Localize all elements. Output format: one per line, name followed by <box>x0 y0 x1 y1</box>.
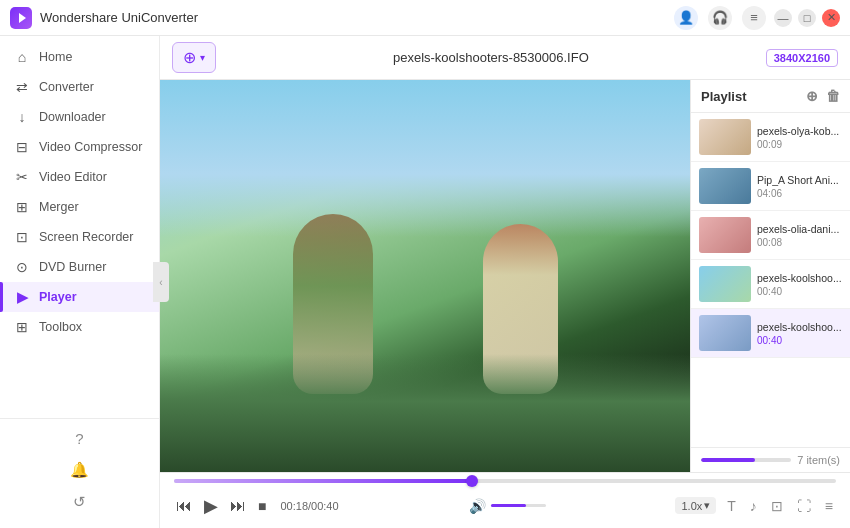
sidebar-item-player[interactable]: ▶ Player <box>0 282 159 312</box>
audio-button[interactable]: ♪ <box>747 496 760 516</box>
playlist-panel: Playlist ⊕ 🗑 pexels-olya-kob... 00:09 Pi… <box>690 80 850 472</box>
speed-button[interactable]: 1.0x ▾ <box>675 497 716 514</box>
controls-row: ⏮ ▶ ⏭ ■ 00:18/00:40 🔊 1.0x ▾ <box>160 483 850 528</box>
resolution-badge: 3840X2160 <box>766 49 838 67</box>
sidebar-label-converter: Converter <box>39 80 94 94</box>
fullscreen-button[interactable]: ⛶ <box>794 496 814 516</box>
caption-button[interactable]: T <box>724 496 739 516</box>
playlist-item[interactable]: pexels-olia-dani... 00:08 <box>691 211 850 260</box>
app-body: ⌂ Home ⇄ Converter ↓ Downloader ⊟ Video … <box>0 36 850 528</box>
sidebar-icon-video-compressor: ⊟ <box>14 139 30 155</box>
sidebar-label-toolbox: Toolbox <box>39 320 82 334</box>
progress-fill <box>174 479 472 483</box>
player-controls: ⏮ ▶ ⏭ ■ 00:18/00:40 🔊 1.0x ▾ <box>160 472 850 528</box>
sidebar-icon-player: ▶ <box>14 289 30 305</box>
sidebar-nav: ⌂ Home ⇄ Converter ↓ Downloader ⊟ Video … <box>0 42 159 342</box>
playlist-count: 7 item(s) <box>797 454 840 466</box>
player-topbar: ⊕ ▾ pexels-koolshooters-8530006.IFO 3840… <box>160 36 850 80</box>
volume-icon[interactable]: 🔊 <box>469 498 486 514</box>
sidebar-label-merger: Merger <box>39 200 79 214</box>
feedback-icon[interactable]: ↺ <box>70 490 89 514</box>
playlist-item-info: pexels-olya-kob... 00:09 <box>757 125 842 150</box>
sidebar-label-screen-recorder: Screen Recorder <box>39 230 134 244</box>
playlist-add-icon[interactable]: ⊕ <box>806 88 818 104</box>
volume-area: 🔊 <box>469 498 546 514</box>
sidebar: ⌂ Home ⇄ Converter ↓ Downloader ⊟ Video … <box>0 36 160 528</box>
playlist-item-info: pexels-olia-dani... 00:08 <box>757 223 842 248</box>
playlist-thumb <box>699 217 751 253</box>
volume-slider[interactable] <box>491 504 546 507</box>
add-icon: ⊕ <box>183 48 196 67</box>
time-display: 00:18/00:40 <box>280 500 338 512</box>
playlist-item-duration: 04:06 <box>757 188 842 199</box>
seek-bar[interactable] <box>174 479 836 483</box>
sidebar-label-downloader: Downloader <box>39 110 106 124</box>
video-player[interactable] <box>160 80 690 472</box>
sidebar-icon-merger: ⊞ <box>14 199 30 215</box>
minimize-button[interactable]: — <box>774 9 792 27</box>
svg-marker-0 <box>19 13 26 23</box>
speed-chevron: ▾ <box>704 499 710 512</box>
headphone-icon[interactable]: 🎧 <box>708 6 732 30</box>
playlist-delete-icon[interactable]: 🗑 <box>826 88 840 104</box>
sidebar-item-dvd-burner[interactable]: ⊙ DVD Burner <box>0 252 159 282</box>
playlist-item-duration: 00:40 <box>757 335 842 346</box>
playlist-item[interactable]: Pip_A Short Ani... 04:06 <box>691 162 850 211</box>
sidebar-item-merger[interactable]: ⊞ Merger <box>0 192 159 222</box>
sidebar-icon-downloader: ↓ <box>14 109 30 125</box>
sidebar-icon-home: ⌂ <box>14 49 30 65</box>
playlist-title: Playlist <box>701 89 747 104</box>
playlist-item-info: pexels-koolshoo... 00:40 <box>757 321 842 346</box>
playlist-item[interactable]: pexels-koolshoo... 00:40 <box>691 260 850 309</box>
sidebar-item-video-compressor[interactable]: ⊟ Video Compressor <box>0 132 159 162</box>
add-button-chevron: ▾ <box>200 52 205 63</box>
playlist-thumb <box>699 168 751 204</box>
stop-button[interactable]: ■ <box>256 496 268 516</box>
sidebar-item-home[interactable]: ⌂ Home <box>0 42 159 72</box>
sidebar-collapse-handle[interactable]: ‹ <box>153 262 169 302</box>
playlist-header-controls: ⊕ 🗑 <box>806 88 840 104</box>
speed-label: 1.0x <box>681 500 702 512</box>
sidebar-label-video-compressor: Video Compressor <box>39 140 142 154</box>
close-button[interactable]: ✕ <box>822 9 840 27</box>
user-icon[interactable]: 👤 <box>674 6 698 30</box>
sidebar-icon-toolbox: ⊞ <box>14 319 30 335</box>
sidebar-icon-screen-recorder: ⊡ <box>14 229 30 245</box>
playlist-item-duration: 00:40 <box>757 286 842 297</box>
playlist-thumb <box>699 119 751 155</box>
more-options-button[interactable]: ≡ <box>822 496 836 516</box>
notification-icon[interactable]: 🔔 <box>67 458 92 482</box>
sidebar-icon-converter: ⇄ <box>14 79 30 95</box>
playlist-item-name: pexels-olia-dani... <box>757 223 842 235</box>
playlist-item[interactable]: pexels-olya-kob... 00:09 <box>691 113 850 162</box>
time-current: 00:18 <box>280 500 308 512</box>
sidebar-icon-dvd-burner: ⊙ <box>14 259 30 275</box>
playlist-item-name: pexels-olya-kob... <box>757 125 842 137</box>
sidebar-item-video-editor[interactable]: ✂ Video Editor <box>0 162 159 192</box>
sidebar-label-player: Player <box>39 290 77 304</box>
playlist-item[interactable]: pexels-koolshoo... 00:40 <box>691 309 850 358</box>
play-button[interactable]: ▶ <box>202 493 220 519</box>
progress-area <box>160 473 850 483</box>
progress-thumb[interactable] <box>466 475 478 487</box>
sidebar-item-downloader[interactable]: ↓ Downloader <box>0 102 159 132</box>
titlebar-icons: 👤 🎧 ≡ <box>674 6 766 30</box>
titlebar: Wondershare UniConverter 👤 🎧 ≡ — □ ✕ <box>0 0 850 36</box>
playlist-item-name: pexels-koolshoo... <box>757 321 842 333</box>
app-title: Wondershare UniConverter <box>40 10 674 25</box>
screenshot-button[interactable]: ⊡ <box>768 496 786 516</box>
sidebar-item-toolbox[interactable]: ⊞ Toolbox <box>0 312 159 342</box>
next-frame-button[interactable]: ⏭ <box>228 495 248 517</box>
sidebar-item-screen-recorder[interactable]: ⊡ Screen Recorder <box>0 222 159 252</box>
help-icon[interactable]: ? <box>72 427 86 450</box>
hamburger-icon[interactable]: ≡ <box>742 6 766 30</box>
playlist-progress-fill <box>701 458 755 462</box>
prev-button[interactable]: ⏮ <box>174 495 194 517</box>
sidebar-item-converter[interactable]: ⇄ Converter <box>0 72 159 102</box>
video-frame <box>160 80 690 472</box>
add-file-button[interactable]: ⊕ ▾ <box>172 42 216 73</box>
playlist-thumb <box>699 266 751 302</box>
grass-overlay <box>160 354 690 472</box>
playlist-items: pexels-olya-kob... 00:09 Pip_A Short Ani… <box>691 113 850 447</box>
maximize-button[interactable]: □ <box>798 9 816 27</box>
